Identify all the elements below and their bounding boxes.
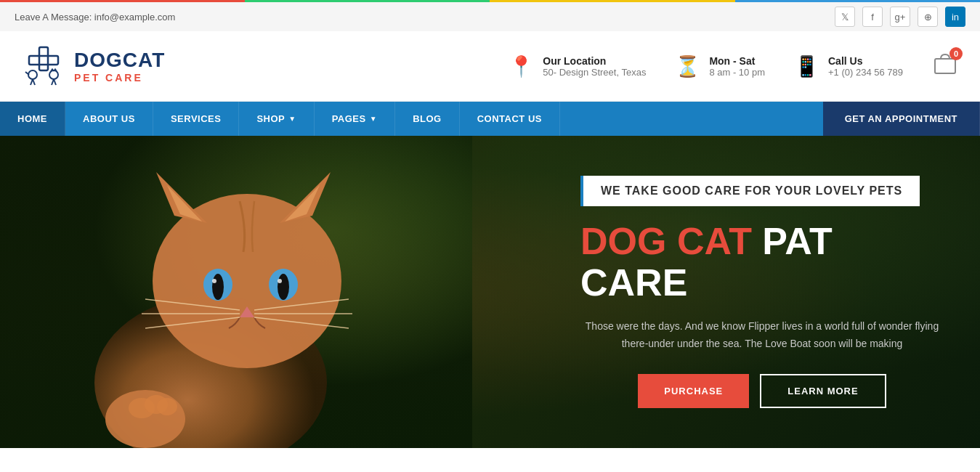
svg-point-12 <box>153 194 341 368</box>
purchase-button[interactable]: PURCHASE <box>638 374 749 408</box>
globe-icon[interactable]: ⊕ <box>918 7 938 27</box>
social-icons: 𝕏 f g+ ⊕ in <box>835 7 965 27</box>
phone-icon: 📱 <box>794 54 819 78</box>
svg-line-4 <box>33 79 35 85</box>
svg-line-8 <box>54 79 56 85</box>
phone-label: Call Us <box>828 55 903 67</box>
hero-title-orange: DOG CAT <box>580 220 752 262</box>
nav-shop[interactable]: SHOP ▼ <box>239 102 314 136</box>
svg-point-6 <box>49 70 58 79</box>
brand-name: DOGCAT <box>74 49 165 72</box>
location-value: 50- Design Street, Texas <box>543 67 646 78</box>
nav-services[interactable]: SERVICES <box>153 102 240 136</box>
linkedin-icon[interactable]: in <box>945 7 965 27</box>
hero-section: WE TAKE GOOD CARE FOR YOUR LOVELY PETS D… <box>0 136 980 448</box>
nav-home[interactable]: HOME <box>0 102 65 136</box>
nav-pages[interactable]: PAGES ▼ <box>315 102 395 136</box>
learn-more-button[interactable]: LEARN MORE <box>760 374 886 408</box>
hours-icon: ⏳ <box>675 54 700 78</box>
kitten-svg <box>0 136 472 448</box>
hero-tag: WE TAKE GOOD CARE FOR YOUR LOVELY PETS <box>580 176 920 206</box>
phone-value: +1 (0) 234 56 789 <box>828 67 903 78</box>
phone-text: Call Us +1 (0) 234 56 789 <box>828 55 903 78</box>
phone-info: 📱 Call Us +1 (0) 234 56 789 <box>794 54 903 78</box>
location-label: Our Location <box>543 55 646 67</box>
header-info: 📍 Our Location 50- Design Street, Texas … <box>509 52 958 81</box>
nav-appointment[interactable]: GET AN APPOINTMENT <box>823 102 980 136</box>
logo-icon <box>22 44 65 88</box>
svg-rect-0 <box>39 47 48 70</box>
svg-rect-9 <box>935 59 955 73</box>
hours-label: Mon - Sat <box>709 55 765 67</box>
svg-point-2 <box>28 70 37 79</box>
hours-value: 8 am - 10 pm <box>709 67 765 78</box>
kitten-image <box>0 136 472 448</box>
nav-blog[interactable]: BLOG <box>395 102 460 136</box>
site-header: DOGCAT PET CARE 📍 Our Location 50- Desig… <box>0 31 980 102</box>
svg-point-22 <box>278 279 282 283</box>
brand-sub: PET CARE <box>74 72 165 84</box>
location-info: 📍 Our Location 50- Design Street, Texas <box>509 54 646 78</box>
svg-point-20 <box>278 274 289 300</box>
logo-text: DOGCAT PET CARE <box>74 49 165 84</box>
cart-button[interactable]: 0 <box>932 52 958 81</box>
cart-badge: 0 <box>949 47 963 60</box>
hours-text: Mon - Sat 8 am - 10 pm <box>709 55 765 78</box>
svg-rect-1 <box>29 56 58 65</box>
hero-buttons: PURCHASE LEARN MORE <box>580 374 944 408</box>
facebook-icon[interactable]: f <box>862 7 883 27</box>
hero-title: DOG CAT PAT CARE <box>580 221 944 304</box>
pages-dropdown-arrow: ▼ <box>370 115 377 123</box>
nav-contact[interactable]: CONTACT US <box>460 102 560 136</box>
google-plus-icon[interactable]: g+ <box>890 7 910 27</box>
shop-dropdown-arrow: ▼ <box>288 115 296 123</box>
twitter-icon[interactable]: 𝕏 <box>835 7 855 27</box>
svg-point-19 <box>212 274 224 300</box>
location-text: Our Location 50- Design Street, Texas <box>543 55 646 78</box>
svg-point-33 <box>157 398 177 415</box>
location-icon: 📍 <box>509 54 534 78</box>
nav-about[interactable]: ABOUT US <box>65 102 153 136</box>
logo[interactable]: DOGCAT PET CARE <box>22 44 165 88</box>
top-bar: Leave A Message: info@example.com 𝕏 f g+… <box>0 0 980 31</box>
top-bar-message: Leave A Message: info@example.com <box>15 12 175 23</box>
hours-info: ⏳ Mon - Sat 8 am - 10 pm <box>675 54 765 78</box>
hero-content: WE TAKE GOOD CARE FOR YOUR LOVELY PETS D… <box>580 176 944 409</box>
hero-description: Those were the days. And we know Flipper… <box>580 318 944 353</box>
navbar: HOME ABOUT US SERVICES SHOP ▼ PAGES ▼ BL… <box>0 102 980 136</box>
svg-point-21 <box>212 279 216 283</box>
